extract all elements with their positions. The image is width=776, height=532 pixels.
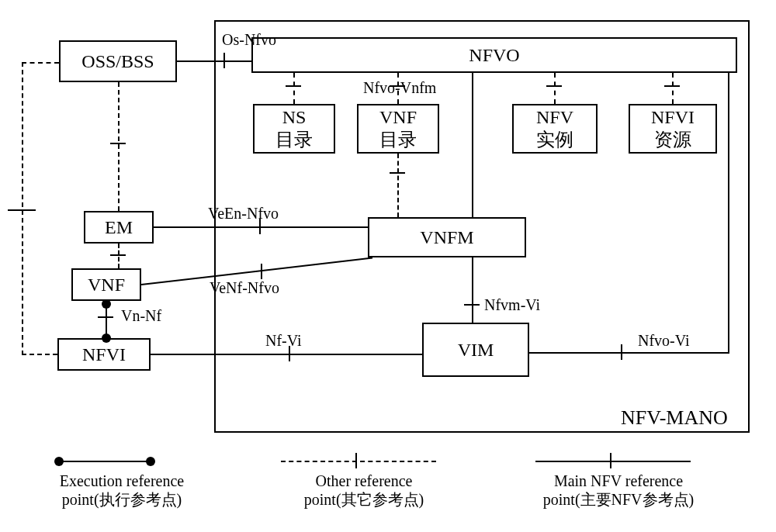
legend-main-line xyxy=(535,461,691,462)
box-em: EM xyxy=(84,211,154,244)
legend-other-l2: point(其它参考点) xyxy=(287,490,441,509)
box-nfvi-resource: NFVI 资源 xyxy=(629,104,717,154)
box-oss-bss: OSS/BSS xyxy=(59,40,177,82)
legend-exec-l1: Execution reference xyxy=(45,472,199,490)
label-nfvo-vi: Nfvo-Vi xyxy=(638,332,690,350)
box-vim: VIM xyxy=(422,323,529,377)
nfvi-resource-l1: NFVI xyxy=(651,106,695,129)
legend-exec-l2: point(执行参考点) xyxy=(45,490,199,509)
mano-label: NFV-MANO xyxy=(621,406,728,430)
dash-nfvo-ns xyxy=(293,73,295,104)
nfvo-text: NFVO xyxy=(469,44,519,67)
label-venf: VeNf-Nfvo xyxy=(210,279,279,297)
label-os-nfvo: Os-Nfvo xyxy=(222,31,276,49)
tick-nfvo-nfvires xyxy=(664,85,680,87)
tick-left-mid xyxy=(8,209,36,211)
dash-oss-left-h xyxy=(22,62,59,64)
dot-vnf-nfvi-top xyxy=(102,299,111,309)
line-nfvi-vim xyxy=(151,354,422,355)
vnf-catalog-l2: 目录 xyxy=(379,129,417,151)
label-vn-nf: Vn-Nf xyxy=(121,307,161,325)
legend-other-tick xyxy=(355,453,357,468)
legend-other: Other reference point(其它参考点) xyxy=(287,472,441,509)
legend-main: Main NFV reference point(主要NFV参考点) xyxy=(529,472,708,509)
legend-other-l1: Other reference xyxy=(287,472,441,490)
line-nfvo-vnfm xyxy=(472,73,473,217)
em-text: EM xyxy=(105,216,133,239)
tick-os-nfvo xyxy=(223,53,225,68)
tick-nfvo-nfvinst xyxy=(546,85,562,87)
label-nf-vi: Nf-Vi xyxy=(265,332,302,350)
dash-left-bottom-h xyxy=(22,354,57,355)
ns-catalog-l1: NS xyxy=(282,106,307,129)
box-nfv-instance: NFV 实例 xyxy=(512,104,598,154)
label-veen: VeEn-Nfvo xyxy=(208,205,279,223)
legend-exec-line xyxy=(57,461,151,462)
legend-main-l1: Main NFV reference xyxy=(529,472,708,490)
tick-venf xyxy=(261,264,262,279)
tick-em-vnf xyxy=(110,254,126,256)
dash-left-vert xyxy=(22,62,23,355)
nfv-instance-l1: NFV xyxy=(536,106,573,129)
box-vnfm: VNFM xyxy=(368,217,526,257)
box-nfvo: NFVO xyxy=(251,37,737,73)
line-nfvo-right-down xyxy=(728,73,729,354)
box-ns-catalog: NS 目录 xyxy=(253,104,335,154)
dash-oss-down xyxy=(118,82,120,211)
label-nfvo-vnfm: Nfvo-Vnfm xyxy=(363,79,436,97)
line-vnfm-vim xyxy=(472,257,473,323)
dash-vnfcat-vnfm xyxy=(397,154,399,217)
line-nfvo-vim-h xyxy=(529,352,729,354)
line-oss-nfvo xyxy=(177,60,251,62)
tick-vn-nf xyxy=(98,316,113,318)
ns-catalog-l2: 目录 xyxy=(275,129,313,151)
box-vnf: VNF xyxy=(71,268,141,301)
tick-oss-down xyxy=(110,143,126,144)
vnf-catalog-l1: VNF xyxy=(379,106,417,129)
dash-em-vnf xyxy=(118,244,120,268)
dot-vnf-nfvi-bot xyxy=(102,333,111,343)
legend-exec-dot1 xyxy=(54,457,64,466)
line-em-vnfm xyxy=(154,226,368,228)
legend-main-tick xyxy=(610,453,611,468)
tick-nfvo-ns xyxy=(286,85,301,87)
box-nfvi: NFVI xyxy=(57,338,151,371)
legend-other-line xyxy=(281,461,436,462)
nfv-instance-l2: 实例 xyxy=(536,129,573,151)
tick-nfvm-vi xyxy=(464,304,480,306)
nfvi-resource-l2: 资源 xyxy=(654,129,691,151)
vnfm-text: VNFM xyxy=(420,226,473,249)
tick-vnfcat-vnfm xyxy=(390,172,405,174)
legend-main-l2: point(主要NFV参考点) xyxy=(529,490,708,509)
oss-bss-text: OSS/BSS xyxy=(81,50,154,73)
label-nfvm-vi: Nfvm-Vi xyxy=(484,296,540,314)
vim-text: VIM xyxy=(458,339,494,361)
legend-exec: Execution reference point(执行参考点) xyxy=(45,472,199,509)
legend-exec-dot2 xyxy=(146,457,155,466)
dash-nfvo-nfvires xyxy=(672,73,674,104)
vnf-text: VNF xyxy=(88,274,125,296)
dash-nfvo-nfvinst xyxy=(554,73,556,104)
nfvi-text: NFVI xyxy=(82,344,126,366)
box-vnf-catalog: VNF 目录 xyxy=(357,104,439,154)
tick-nfvo-vi xyxy=(621,344,622,360)
